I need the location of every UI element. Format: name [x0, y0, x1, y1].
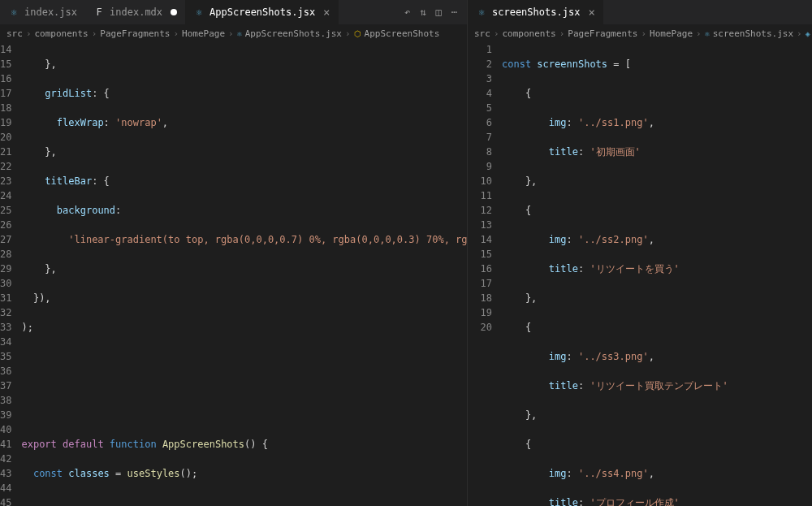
breadcrumb-item[interactable]: AppScreenShots [365, 28, 440, 39]
tab-index-jsx[interactable]: ⚛ index.jsx [0, 0, 85, 24]
variable-icon: ◈ [806, 29, 810, 38]
close-icon[interactable]: × [323, 6, 330, 19]
react-icon: ⚛ [476, 6, 487, 18]
breadcrumb-item[interactable]: components [503, 28, 556, 39]
dirty-indicator-icon [171, 9, 177, 15]
code-content[interactable]: }, gridList: { flexWrap: 'nowrap', }, ti… [21, 42, 467, 506]
tab-bar-right: ⚛ screenShots.jsx × [468, 0, 812, 24]
diff-icon[interactable]: ⇅ [420, 6, 425, 18]
tab-actions: ↶ ⇅ ◫ ⋯ [404, 6, 467, 18]
split-icon[interactable]: ◫ [436, 6, 442, 18]
more-icon[interactable]: ⋯ [451, 6, 457, 18]
go-back-icon[interactable]: ↶ [404, 6, 410, 18]
tab-index-mdx[interactable]: F index.mdx [85, 0, 185, 24]
tab-label: AppScreenShots.jsx [209, 6, 315, 18]
code-editor-left[interactable]: 1415161718192021222324252627282930313233… [0, 42, 467, 506]
breadcrumb-item[interactable]: PageFragments [568, 28, 637, 39]
breadcrumb-item[interactable]: src [474, 28, 490, 39]
tab-label: index.jsx [24, 6, 77, 18]
function-icon: ⬡ [354, 29, 361, 38]
react-icon: ⚛ [8, 6, 19, 18]
breadcrumb-item[interactable]: HomePage [650, 28, 693, 39]
line-gutter: 1415161718192021222324252627282930313233… [0, 42, 21, 506]
tab-label: index.mdx [110, 6, 162, 18]
breadcrumb-item[interactable]: AppScreenShots.jsx [245, 28, 342, 39]
tab-label: screenShots.jsx [492, 6, 580, 18]
close-icon[interactable]: × [588, 6, 594, 19]
editor-pane-left: ⚛ index.jsx F index.mdx ⚛ AppScreenShots… [0, 0, 468, 506]
breadcrumb-item[interactable]: components [35, 28, 89, 39]
breadcrumb-item[interactable]: HomePage [182, 28, 225, 39]
breadcrumb-item[interactable]: src [6, 28, 23, 39]
editor-pane-right: ⚛ screenShots.jsx × src› components› Pag… [468, 0, 812, 506]
react-icon: ⚛ [705, 29, 710, 38]
tab-appscreenshots-jsx[interactable]: ⚛ AppScreenShots.jsx × [185, 0, 338, 24]
breadcrumb-item[interactable]: PageFragments [100, 28, 170, 39]
code-content[interactable]: const screennShots = [ { img: '../ss1.pn… [502, 42, 812, 506]
breadcrumb-item[interactable]: screenShots.jsx [713, 28, 793, 39]
file-icon: F [93, 6, 105, 18]
react-icon: ⚛ [193, 6, 205, 18]
breadcrumb: src› components› PageFragments› HomePage… [0, 24, 467, 42]
breadcrumb: src› components› PageFragments› HomePage… [468, 24, 812, 42]
tab-bar-left: ⚛ index.jsx F index.mdx ⚛ AppScreenShots… [0, 0, 467, 24]
code-editor-right[interactable]: 1234567891011121314151617181920 const sc… [468, 42, 812, 506]
react-icon: ⚛ [237, 29, 242, 38]
line-gutter: 1234567891011121314151617181920 [468, 42, 502, 506]
tab-screenshots-jsx[interactable]: ⚛ screenShots.jsx × [468, 0, 603, 24]
